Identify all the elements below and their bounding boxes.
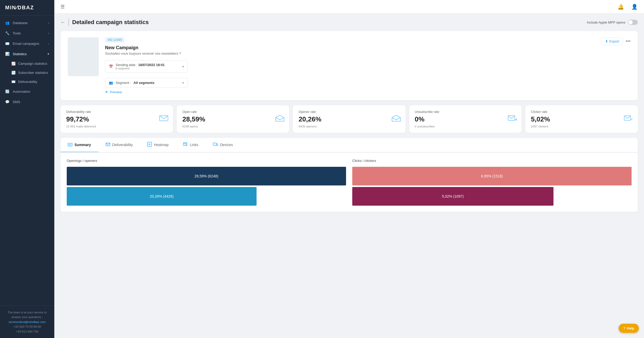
campaign-actions: 👁 Preview — [105, 90, 595, 94]
sending-date-field[interactable]: 📅 Sending date : 18/07/2022 18:01 6 segm… — [105, 60, 188, 73]
sidebar-item-label: Database — [13, 21, 28, 25]
heatmap-icon — [147, 142, 152, 148]
sidebar-item-email-campaigns[interactable]: ✉️ Email campaigns › — [0, 38, 54, 49]
openings-chart-title: Openings / openers — [67, 159, 346, 163]
tab-heatmap-label: Heatmap — [154, 143, 169, 147]
sidebar-item-statistics[interactable]: 📊 Statistics ▾ — [0, 49, 54, 59]
envelope-icon — [159, 113, 168, 125]
tab-summary[interactable]: Summary — [61, 138, 98, 153]
tab-links[interactable]: Links — [176, 138, 206, 153]
help-label: Help — [627, 326, 634, 330]
hamburger-icon[interactable]: ☰ — [61, 4, 65, 10]
stat-value: 28,59% — [182, 115, 283, 123]
footer-email[interactable]: serviceclient@mindbaz.com — [9, 320, 46, 323]
page-divider — [68, 19, 69, 26]
bar-label: 20,26% (4426) — [150, 194, 174, 198]
card-actions: ⬇ Export ••• — [601, 37, 631, 45]
bar-clicks-1: 6,95% (1518) — [352, 167, 632, 185]
svg-rect-11 — [216, 144, 218, 146]
sidebar-item-database[interactable]: 👥 Database › — [0, 18, 54, 28]
segment-value: All segments — [133, 81, 154, 85]
bar-label: 28,59% (6248) — [194, 174, 218, 178]
sidebar-item-label: Tools — [13, 31, 21, 35]
line-chart-icon: 📉 — [11, 71, 16, 75]
chevron-right-icon: › — [48, 32, 49, 35]
stats-row: Deliverability rate 99,72% 21 851 mails … — [61, 105, 638, 133]
links-icon — [183, 142, 188, 148]
bar-chart-icon: 📈 — [11, 62, 16, 66]
page-title: Detailed campaign statistics — [72, 19, 149, 26]
stat-value: 20,26% — [298, 115, 400, 123]
bar-label: 5,02% (1097) — [442, 194, 464, 198]
sidebar-item-campaign-statistics[interactable]: 📈 Campaign statistics — [0, 59, 54, 68]
deliverability-icon: ✉️ — [11, 80, 16, 84]
page-header: ← Detailed campaign statistics Include A… — [61, 19, 638, 26]
tab-devices[interactable]: Devices — [206, 138, 240, 153]
svg-rect-10 — [213, 143, 216, 145]
stat-value: 5,02% — [531, 115, 632, 123]
main-area: ☰ 🔔 👤 ← Detailed campaign statistics Inc… — [54, 0, 644, 338]
chevron-right-icon: › — [48, 21, 49, 24]
automation-icon: 🔄 — [5, 89, 10, 94]
footer-phone1: +33 (0)3 74 09 86 00 — [13, 325, 41, 328]
chevron-down-icon: ▾ — [48, 52, 49, 56]
sidebar-item-deliverability[interactable]: ✉️ Deliverability — [0, 77, 54, 86]
bell-icon[interactable]: 🔔 — [618, 4, 624, 10]
clicks-chart-title: Clicks / clickers — [352, 159, 632, 163]
topbar: ☰ 🔔 👤 — [54, 0, 644, 13]
back-button[interactable]: ← — [61, 20, 65, 25]
tab-heatmap[interactable]: Heatmap — [140, 138, 176, 153]
segment-field[interactable]: 👥 Segment : All segments ▾ — [105, 78, 188, 88]
export-button[interactable]: ⬇ Export — [601, 37, 623, 45]
devices-icon — [213, 142, 218, 148]
chart-icon — [68, 142, 72, 148]
sidebar-nav: 👥 Database › 🔧 Tools › ✉️ Email campaign… — [0, 16, 54, 306]
more-options-button[interactable]: ••• — [626, 39, 631, 44]
help-button[interactable]: ? Help — [619, 324, 639, 333]
database-icon: 👥 — [5, 21, 10, 25]
sidebar-item-automation[interactable]: 🔄 Automation — [0, 86, 54, 97]
stat-value: 99,72% — [66, 115, 167, 123]
footer-text: The team is at your service to answer yo… — [8, 311, 47, 319]
preview-label: Preview — [110, 90, 122, 94]
envelope-open-icon — [275, 113, 284, 125]
envelope-icon — [106, 142, 110, 148]
preview-button[interactable]: 👁 Preview — [105, 90, 122, 94]
stat-label: Open rate — [182, 110, 283, 114]
segment-icon: 👥 — [109, 81, 113, 85]
user-icon[interactable]: 👤 — [631, 4, 638, 10]
stat-label: Unsubscribe rate — [415, 110, 516, 114]
apple-mpp-toggle[interactable] — [628, 20, 638, 25]
stat-sub: 6248 opens — [182, 125, 283, 128]
sidebar-item-subscriber-statistics[interactable]: 📉 Subscriber statistics — [0, 68, 54, 77]
bar-clicks-2: 5,02% (1097) — [352, 187, 553, 206]
envelope-click-icon — [624, 113, 633, 125]
clicks-chart: Clicks / clickers 6,95% (1518) 5,02% (10… — [352, 159, 632, 206]
tab-devices-label: Devices — [220, 143, 233, 147]
download-icon: ⬇ — [605, 39, 608, 43]
campaign-card: #ID 12345 New Campaign Souhaitez-vous to… — [61, 31, 638, 100]
tab-deliverability[interactable]: Deliverability — [98, 138, 140, 153]
stat-card-clicker-rate: Clicker rate 5,02% 1097 clickers — [525, 105, 638, 133]
envelope-open2-icon — [392, 113, 401, 125]
sms-icon: 💬 — [5, 100, 10, 104]
campaign-subject: Souhaitez-vous toujours recevoir nos new… — [105, 52, 595, 55]
stats-wrapper: Deliverability rate 99,72% 21 851 mails … — [61, 105, 638, 133]
tab-summary-label: Summary — [74, 143, 91, 147]
help-icon: ? — [623, 326, 625, 330]
bar-openings-1: 28,59% (6248) — [67, 167, 346, 185]
footer-phone2: +34 912 694 750 — [16, 330, 39, 333]
openings-bar-chart: 28,59% (6248) 20,26% (4426) — [67, 167, 346, 206]
clicks-bar-chart: 6,95% (1518) 5,02% (1097) — [352, 167, 632, 206]
sidebar-item-tools[interactable]: 🔧 Tools › — [0, 28, 54, 38]
tools-icon: 🔧 — [5, 31, 10, 35]
openings-chart: Openings / openers 28,59% (6248) 20,26% … — [67, 159, 346, 206]
sidebar-item-sms[interactable]: 💬 SMS — [0, 97, 54, 107]
segment-count: 6 segment — [116, 67, 164, 70]
tabs-container: Summary Deliverability — [61, 138, 638, 212]
sidebar-footer: The team is at your service to answer yo… — [0, 306, 54, 338]
chevron-right-icon: › — [48, 42, 49, 45]
sidebar-item-label: Automation — [13, 90, 30, 94]
bar-openings-2: 20,26% (4426) — [67, 187, 257, 206]
chevron-down-icon: ▾ — [182, 65, 184, 68]
